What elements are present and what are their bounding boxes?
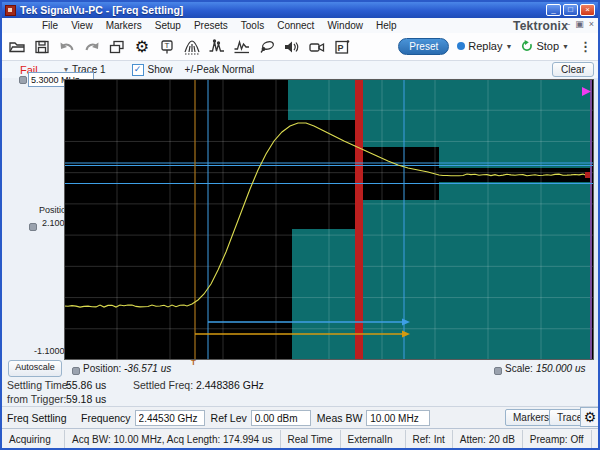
stop-label: Stop [536,40,559,52]
preset-button[interactable]: Preset [398,38,449,55]
plot-canvas [64,79,594,360]
plot-right-gutter [594,78,598,360]
svg-text:P: P [337,42,343,52]
from-trigger-label: from Trigger: [7,393,67,405]
tektronix-logo: Tektronix [513,19,568,33]
settling-plot[interactable] [64,79,594,360]
window-title: Tek SignalVu-PC - [Freq Settling] [20,4,183,16]
menu-item[interactable]: Connect [277,20,314,31]
title-bar[interactable]: Tek SignalVu-PC - [Freq Settling] _ □ × [2,2,598,18]
replay-control[interactable]: Replay ▼ [457,40,512,52]
status-segment: Atten: 20 dB [453,430,523,449]
replay-icon [457,42,465,50]
settled-freq-label: Settled Freq: [133,379,193,391]
app-icon [5,5,16,16]
status-bar: AcquiringAcq BW: 10.00 MHz, Acq Length: … [2,428,598,449]
meas-bw-field[interactable] [366,410,430,426]
status-segment: Acquiring [2,430,65,449]
from-trigger-value: 59.18 us [66,393,106,405]
settling-trace-icon[interactable] [231,36,253,58]
status-segment: Ref: Int [406,430,453,449]
menu-item[interactable]: Markers [106,20,142,31]
menu-item[interactable]: Setup [155,20,181,31]
minimize-button[interactable]: _ [546,4,561,16]
probe-icon[interactable] [256,36,278,58]
x-scale-label: Scale: [505,363,533,374]
clear-button[interactable]: Clear [552,62,594,77]
stop-caret-icon[interactable]: ▼ [562,43,569,50]
more-options-icon[interactable]: ⋮ [577,39,594,54]
marker-tag-icon[interactable]: T [156,36,178,58]
anchor-icon[interactable] [72,367,80,375]
status-segment: ExternalIn [341,430,406,449]
settled-freq-value: 2.448386 GHz [196,379,264,391]
replay-label: Replay [468,40,502,52]
status-segment: TG: Off [592,430,600,449]
x-position-label: Position: [83,363,121,374]
svg-text:T: T [165,41,170,50]
menu-item[interactable]: Help [376,20,397,31]
undo-icon[interactable] [56,36,78,58]
detection-mode-label: +/-Peak Normal [185,64,255,75]
camera-icon[interactable] [306,36,328,58]
audio-icon[interactable] [281,36,303,58]
measurement-settings-gear-icon[interactable]: ⚙ [580,407,600,427]
x-scale-value[interactable]: 150.000 us [536,363,586,374]
mdi-restore-button[interactable]: ▣ [575,20,584,29]
mdi-minimize-button[interactable]: – [563,20,572,29]
menu-item[interactable]: Window [327,20,363,31]
show-label: Show [148,64,173,75]
spectrogram-icon[interactable] [181,36,203,58]
menu-item[interactable]: View [71,20,93,31]
status-segment: Real Time [281,430,341,449]
menu-bar: FileViewMarkersSetupPresetsToolsConnectW… [2,18,598,34]
menu-item[interactable]: Tools [241,20,264,31]
menu-item[interactable]: Presets [194,20,228,31]
save-icon[interactable] [31,36,53,58]
displays-icon[interactable] [106,36,128,58]
menu-items: FileViewMarkersSetupPresetsToolsConnectW… [42,20,397,31]
redo-icon[interactable] [81,36,103,58]
anchor-icon[interactable] [29,223,37,231]
app-window: Tek SignalVu-PC - [Freq Settling] _ □ × … [0,0,600,450]
x-position-value[interactable]: -36.571 us [124,363,171,374]
settings-gear-icon[interactable]: ⚙ [131,36,153,58]
maximize-button[interactable]: □ [563,4,578,16]
meas-bw-label: Meas BW [317,412,363,424]
close-button[interactable]: × [580,4,595,16]
status-segments: AcquiringAcq BW: 10.00 MHz, Acq Length: … [2,430,600,449]
ref-lev-field[interactable] [251,410,311,426]
stop-control[interactable]: Stop ▼ [520,40,569,53]
trigger-mark[interactable]: T [191,358,196,367]
settling-time-value: 55.86 us [66,379,106,391]
status-segment: Preamp: Off [523,430,592,449]
ref-lev-label: Ref Lev [211,412,247,424]
open-icon[interactable] [6,36,28,58]
replay-caret-icon[interactable]: ▼ [505,43,512,50]
playback-icon[interactable]: P [331,36,353,58]
menu-item[interactable]: File [42,20,58,31]
settling-time-label: Settling Time: [7,379,71,391]
show-checkbox[interactable]: ✓ [132,64,144,76]
frequency-field[interactable] [135,410,205,426]
measurement-name: Freq Settling [7,412,77,424]
pulse-trace-icon[interactable] [206,36,228,58]
autoscale-button[interactable]: Autoscale [8,360,62,377]
stop-run-icon [520,40,533,53]
anchor-icon[interactable] [19,76,27,84]
frequency-label: Frequency [81,412,131,424]
mdi-close-button[interactable]: × [587,20,596,29]
status-segment: Acq BW: 10.00 MHz, Acq Length: 174.994 u… [65,430,281,449]
anchor-icon[interactable] [494,367,502,375]
